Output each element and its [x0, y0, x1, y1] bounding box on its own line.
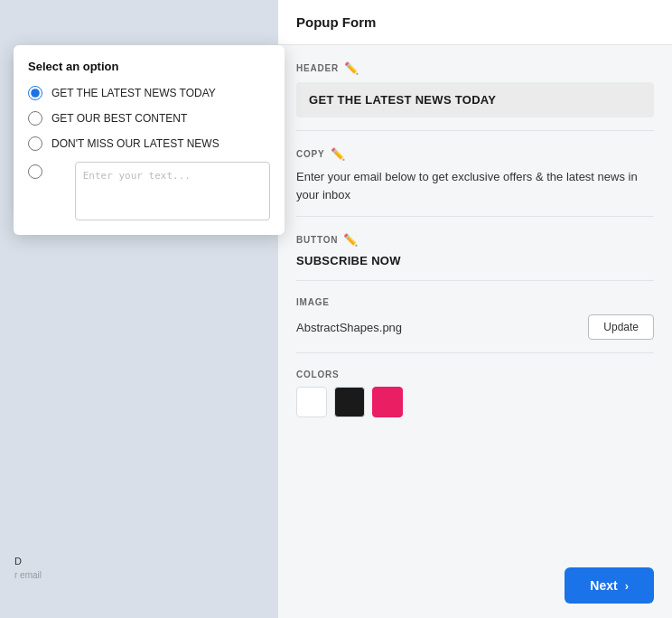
divider-2: [296, 216, 654, 217]
radio-input-2[interactable]: [28, 111, 42, 126]
divider-4: [296, 352, 654, 353]
dropdown-overlay: Select an option GET THE LATEST NEWS TOD…: [14, 45, 285, 235]
radio-label-2: GET OUR BEST CONTENT: [51, 112, 187, 125]
radio-label-1: GET THE LATEST NEWS TODAY: [51, 87, 216, 99]
next-button-label: Next: [590, 578, 617, 593]
image-filename: AbstractShapes.png: [296, 321, 402, 334]
copy-section: COPY ✏️ Enter your email below to get ex…: [296, 147, 654, 203]
radio-input-1[interactable]: [28, 86, 42, 100]
dropdown-title: Select an option: [28, 60, 270, 73]
radio-label-3: DON'T MISS OUR LATEST NEWS: [51, 137, 219, 150]
colors-row: [296, 387, 654, 417]
radio-option-2[interactable]: GET OUR BEST CONTENT: [28, 111, 270, 126]
image-section: IMAGE AbstractShapes.png Update: [296, 297, 654, 340]
update-image-button[interactable]: Update: [588, 314, 654, 340]
panel-title: Popup Form: [278, 0, 672, 45]
radio-option-3[interactable]: DON'T MISS OUR LATEST NEWS: [28, 136, 270, 151]
bottom-label: D: [14, 556, 166, 566]
radio-input-custom[interactable]: [28, 164, 42, 179]
radio-option-1[interactable]: GET THE LATEST NEWS TODAY: [28, 86, 270, 100]
radio-option-custom[interactable]: [28, 162, 270, 220]
button-edit-icon[interactable]: ✏️: [343, 233, 359, 247]
header-section-label: HEADER ✏️: [296, 61, 654, 75]
copy-value: Enter your email below to get exclusive …: [296, 168, 654, 203]
right-panel: Popup Form HEADER ✏️ GET THE LATEST NEWS…: [278, 0, 672, 618]
color-swatch-black[interactable]: [334, 387, 365, 417]
custom-text-input[interactable]: [75, 162, 270, 220]
color-swatch-pink[interactable]: [372, 387, 403, 417]
radio-input-3[interactable]: [28, 136, 42, 151]
next-button[interactable]: Next ›: [565, 567, 654, 604]
copy-section-label: COPY ✏️: [296, 147, 654, 161]
color-swatch-white[interactable]: [296, 387, 327, 417]
image-section-label: IMAGE: [296, 297, 654, 307]
colors-section: COLORS: [296, 370, 654, 417]
copy-edit-icon[interactable]: ✏️: [331, 147, 346, 161]
divider-1: [296, 130, 654, 131]
header-edit-icon[interactable]: ✏️: [344, 61, 359, 75]
right-content: HEADER ✏️ GET THE LATEST NEWS TODAY COPY…: [278, 45, 672, 553]
header-section: HEADER ✏️ GET THE LATEST NEWS TODAY: [296, 61, 654, 117]
chevron-right-icon: ›: [625, 579, 629, 593]
button-value: SUBSCRIBE NOW: [296, 254, 654, 267]
button-section-label: BUTTON ✏️: [296, 233, 654, 247]
left-panel: GET THE LATEST NEWS TODAY Enter your ema…: [0, 0, 278, 618]
divider-3: [296, 280, 654, 281]
next-button-row: Next ›: [278, 553, 672, 618]
colors-section-label: COLORS: [296, 370, 654, 379]
header-value: GET THE LATEST NEWS TODAY: [296, 82, 654, 117]
image-row: AbstractShapes.png Update: [296, 314, 654, 340]
bottom-email: r email: [14, 570, 166, 580]
bottom-left-preview: D r email: [0, 545, 181, 591]
button-section: BUTTON ✏️ SUBSCRIBE NOW: [296, 233, 654, 267]
